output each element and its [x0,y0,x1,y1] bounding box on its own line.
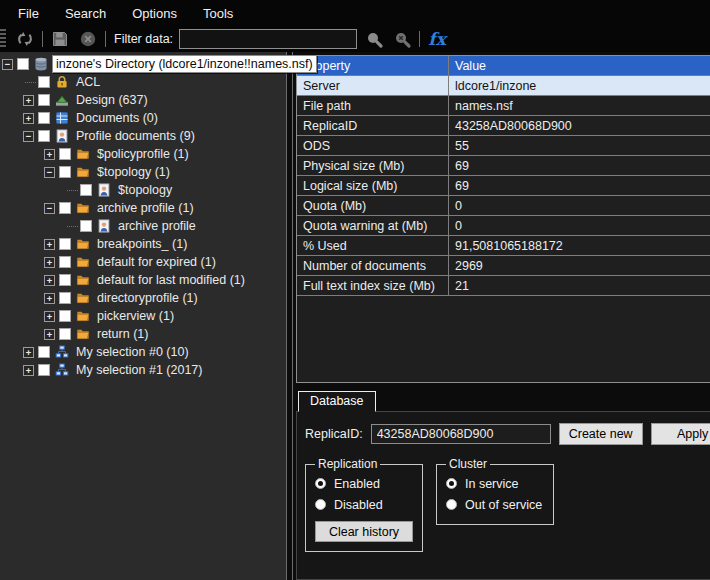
tree-item[interactable]: +breakpoints_ (1) [0,235,286,253]
tree-item[interactable]: +return (1) [0,325,286,343]
save-button[interactable] [49,28,71,50]
menu-file[interactable]: File [5,1,52,26]
tree-expander[interactable]: + [23,365,34,376]
radio-label: Enabled [334,477,380,491]
property-row[interactable]: Full text index size (Mb)21 [297,276,710,296]
tree-expander[interactable]: + [44,257,55,268]
radio-enabled[interactable] [315,478,326,489]
replica-id-input[interactable] [371,424,551,444]
tree-expander[interactable]: + [23,347,34,358]
tree-checkbox[interactable] [59,328,71,340]
tree-item[interactable]: −archive profile (1) [0,199,286,217]
properties-table: Property Value Serverldcore1/inzoneFile … [296,55,710,383]
menu-options[interactable]: Options [119,1,190,26]
search-button[interactable] [363,28,385,50]
tree-expander[interactable]: − [2,59,13,70]
tree-expander[interactable]: + [44,293,55,304]
tree-checkbox[interactable] [59,166,71,178]
tree-item[interactable]: +directoryprofile (1) [0,289,286,307]
tree-expander[interactable]: + [44,149,55,160]
tree-expander[interactable]: + [44,275,55,286]
tree-expander[interactable]: + [23,113,34,124]
tree-checkbox[interactable] [38,76,50,88]
tree-item[interactable]: −inzone's Directory (ldcore1/inzone!!nam… [0,55,286,73]
tree-expander[interactable]: − [44,203,55,214]
radio-disabled[interactable] [315,499,326,510]
formula-button[interactable]: fx [426,28,448,50]
apply-button[interactable]: Apply [651,423,710,445]
tree-checkbox[interactable] [38,346,50,358]
tree-item[interactable]: +pickerview (1) [0,307,286,325]
property-row[interactable]: ReplicaID43258AD80068D900 [297,116,710,136]
cancel-button[interactable] [77,28,99,50]
tree-checkbox[interactable] [38,94,50,106]
filter-input[interactable] [179,29,357,49]
tree-checkbox[interactable] [59,274,71,286]
tree-item[interactable]: +My selection #1 (2017) [0,361,286,379]
tree-expander[interactable]: + [44,329,55,340]
cluster-group: Cluster In serviceOut of service [436,457,554,525]
radio-in-service[interactable] [446,478,457,489]
tree-expander[interactable]: + [44,239,55,250]
tree-item-label: $topology (1) [94,164,173,180]
tree-item[interactable]: archive profile [0,217,286,235]
tree-checkbox[interactable] [80,184,92,196]
tree-item[interactable]: −Profile documents (9) [0,127,286,145]
property-row[interactable]: Serverldcore1/inzone [297,76,710,96]
property-row[interactable]: File pathnames.nsf [297,96,710,116]
menu-tools[interactable]: Tools [190,1,246,26]
column-header-value[interactable]: Value [449,56,710,75]
toolbar-grip[interactable] [0,29,6,49]
tree-expander[interactable]: + [23,95,34,106]
column-header-property[interactable]: Property [297,56,449,75]
tree-checkbox[interactable] [59,202,71,214]
tree-checkbox[interactable] [80,220,92,232]
tree-expander[interactable]: + [44,311,55,322]
property-row[interactable]: Quota (Mb)0 [297,196,710,216]
tab-database[interactable]: Database [298,391,376,412]
property-row[interactable]: ODS55 [297,136,710,156]
refresh-button[interactable] [14,28,36,50]
tree-checkbox[interactable] [38,364,50,376]
property-row[interactable]: % Used91,5081065188172 [297,236,710,256]
toolbar-separator [42,31,43,47]
property-row[interactable]: Logical size (Mb)69 [297,176,710,196]
tree-item[interactable]: ACL [0,73,286,91]
property-row[interactable]: Quota warning at (Mb)0 [297,216,710,236]
tree-checkbox[interactable] [59,238,71,250]
tree-expander[interactable]: − [23,131,34,142]
tree-checkbox[interactable] [38,112,50,124]
folder-icon [75,255,90,270]
tree-checkbox[interactable] [59,292,71,304]
clear-search-button[interactable] [391,28,413,50]
tree-checkbox[interactable] [59,148,71,160]
tree-item[interactable]: +Design (637) [0,91,286,109]
radio-option[interactable]: Disabled [315,494,413,515]
radio-option[interactable]: Out of service [446,494,544,515]
property-value: 43258AD80068D900 [449,116,710,135]
tree-item[interactable]: +default for last modified (1) [0,271,286,289]
tree-item[interactable]: +$policyprofile (1) [0,145,286,163]
replica-id-row: ReplicaID: Create new Apply [305,423,710,445]
property-value: 2969 [449,256,710,275]
replication-group: Replication EnabledDisabled Clear histor… [305,457,423,552]
tree-item[interactable]: +default for expired (1) [0,253,286,271]
tree-item[interactable]: +Documents (0) [0,109,286,127]
tree-item[interactable]: $topology [0,181,286,199]
tree-item[interactable]: +My selection #0 (10) [0,343,286,361]
tree-item[interactable]: −$topology (1) [0,163,286,181]
radio-out-of-service[interactable] [446,499,457,510]
tree-expander[interactable]: − [44,167,55,178]
radio-option[interactable]: In service [446,473,544,494]
property-row[interactable]: Number of documents2969 [297,256,710,276]
tree-checkbox[interactable] [17,58,29,70]
table-header-row[interactable]: Property Value [297,56,710,76]
tree-checkbox[interactable] [59,310,71,322]
menu-search[interactable]: Search [52,1,119,26]
tree-checkbox[interactable] [38,130,50,142]
create-new-button[interactable]: Create new [559,423,643,445]
property-row[interactable]: Physical size (Mb)69 [297,156,710,176]
clear-history-button[interactable]: Clear history [315,521,413,542]
radio-option[interactable]: Enabled [315,473,413,494]
tree-checkbox[interactable] [59,256,71,268]
